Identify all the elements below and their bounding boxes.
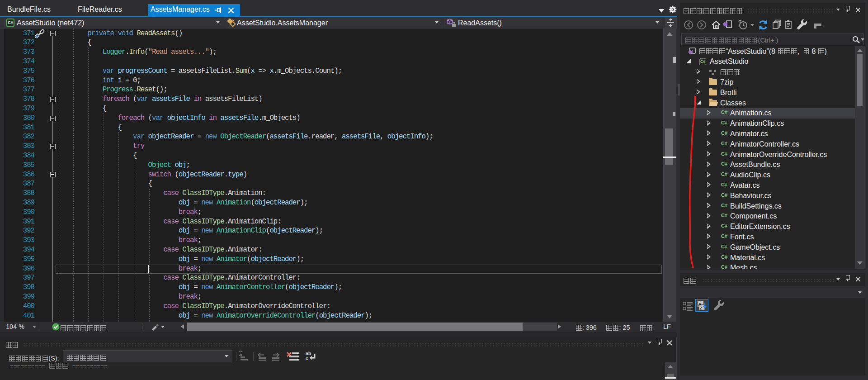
- svg-text:c: c: [306, 356, 308, 361]
- svg-text:Z: Z: [700, 306, 703, 310]
